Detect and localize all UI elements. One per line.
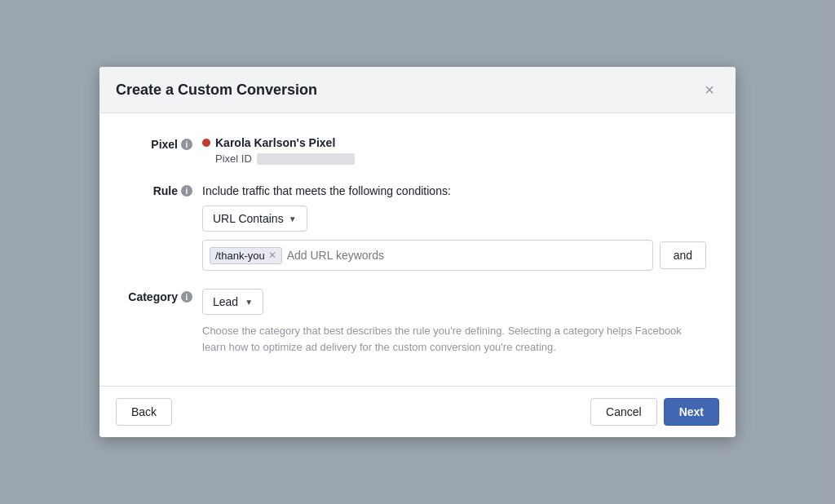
modal-dialog: Create a Custom Conversion × Pixel i Kar… (99, 67, 736, 437)
rule-content: Include traffic that meets the following… (202, 183, 706, 271)
category-dropdown[interactable]: Lead ▼ (202, 289, 263, 315)
modal-header: Create a Custom Conversion × (99, 67, 736, 113)
rule-description: Include traffic that meets the following… (202, 183, 706, 197)
category-row: Category i Lead ▼ Choose the category th… (129, 289, 706, 355)
back-button[interactable]: Back (116, 398, 172, 426)
url-input-row: /thank-you ✕ and (202, 240, 706, 271)
pixel-label: Pixel i (129, 136, 202, 151)
next-button[interactable]: Next (664, 398, 719, 426)
category-dropdown-arrow-icon: ▼ (245, 298, 253, 307)
cancel-button[interactable]: Cancel (590, 398, 657, 426)
pixel-info: Karola Karlson's Pixel Pixel ID (202, 136, 706, 165)
category-label: Category i (129, 289, 202, 303)
url-keyword-input[interactable] (287, 249, 646, 262)
rule-label: Rule i (129, 183, 202, 197)
url-tag-remove-icon[interactable]: ✕ (268, 250, 276, 260)
category-info-icon[interactable]: i (181, 291, 192, 303)
pixel-id-label: Pixel ID (215, 153, 252, 165)
pixel-id-row: Pixel ID (215, 153, 706, 165)
close-button[interactable]: × (700, 80, 719, 99)
pixel-name-row: Karola Karlson's Pixel (202, 136, 706, 149)
url-contains-dropdown[interactable]: URL Contains ▼ (202, 206, 307, 232)
dropdown-arrow-icon: ▼ (289, 214, 297, 223)
url-tag: /thank-you ✕ (210, 247, 282, 264)
footer-right: Cancel Next (590, 398, 719, 426)
category-help-text: Choose the category that best describes … (202, 323, 691, 355)
pixel-info-icon[interactable]: i (181, 139, 192, 150)
and-button[interactable]: and (660, 241, 706, 269)
category-content: Lead ▼ Choose the category that best des… (202, 289, 706, 355)
pixel-status-dot (202, 139, 210, 147)
pixel-name: Karola Karlson's Pixel (215, 136, 335, 149)
modal-body: Pixel i Karola Karlson's Pixel Pixel ID (99, 113, 736, 386)
pixel-row: Pixel i Karola Karlson's Pixel Pixel ID (129, 136, 706, 165)
rule-row: Rule i Include traffic that meets the fo… (129, 183, 706, 271)
rule-info-icon[interactable]: i (181, 185, 192, 197)
footer-left: Back (116, 398, 172, 426)
modal-footer: Back Cancel Next (99, 386, 736, 437)
modal-overlay: Create a Custom Conversion × Pixel i Kar… (0, 0, 835, 504)
pixel-id-value (257, 153, 355, 165)
url-input-container[interactable]: /thank-you ✕ (202, 240, 653, 271)
modal-title: Create a Custom Conversion (116, 82, 317, 99)
